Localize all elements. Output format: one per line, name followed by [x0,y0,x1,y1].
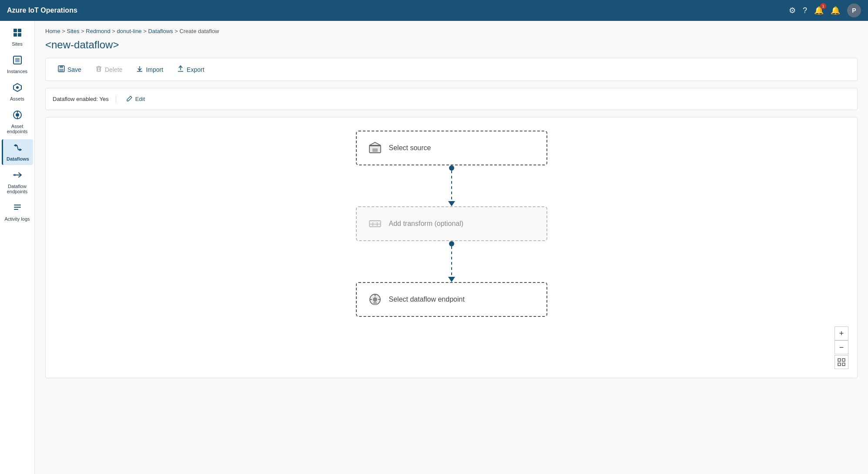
save-icon [58,65,65,74]
help-icon[interactable]: ? [803,6,807,15]
endpoint-node[interactable]: Select dataflow endpoint [356,282,547,317]
transform-node-icon [367,216,383,232]
svg-rect-20 [59,69,64,71]
svg-rect-32 [372,148,378,152]
save-button[interactable]: Save [53,63,87,76]
import-label: Import [146,66,163,73]
sidebar-item-dataflows[interactable]: Dataflows [2,139,33,165]
svg-marker-31 [369,142,381,145]
connector-2 [448,241,455,282]
topbar-icons: ⚙ ? 🔔 1 🔔 P [789,3,861,17]
transform-node[interactable]: Add transform (optional) [356,206,547,241]
svg-rect-19 [60,66,63,68]
edit-label: Edit [135,96,145,102]
status-text: Dataflow enabled: Yes [53,96,109,102]
sidebar-item-activity-logs[interactable]: Activity logs [2,199,33,225]
export-icon [177,65,184,74]
connector-line-2 [451,246,452,277]
edit-button[interactable]: Edit [123,94,148,104]
svg-rect-5 [15,58,20,62]
sidebar-item-dataflow-endpoints[interactable]: Dataflow endpoints [2,167,33,198]
svg-rect-17 [14,209,18,210]
breadcrumb-donut-line[interactable]: donut-line [117,28,142,34]
svg-rect-45 [842,359,845,361]
zoom-out-button[interactable]: − [834,340,848,354]
zoom-in-button[interactable]: + [834,326,848,340]
status-bar: Dataflow enabled: Yes Edit [45,88,858,110]
toolbar: Save Delete Import [45,58,858,81]
zoom-fit-button[interactable] [834,355,848,369]
sidebar-item-instances-label: Instances [7,69,27,74]
svg-rect-46 [838,363,841,366]
source-node-label: Select source [389,144,431,152]
app-title: Azure IoT Operations [7,7,784,14]
assets-icon [13,83,22,94]
svg-point-12 [15,145,17,147]
breadcrumb: Home > Sites > Redmond > donut-line > Da… [45,28,858,34]
import-icon [136,65,143,74]
sidebar-item-sites[interactable]: Sites [2,24,33,50]
breadcrumb-sites[interactable]: Sites [67,28,80,34]
sidebar-item-asset-endpoints[interactable]: Asset endpoints [2,107,33,138]
connector-arrow-2 [448,277,455,282]
sidebar-item-dataflow-endpoints-label: Dataflow endpoints [3,184,31,194]
activity-logs-icon [13,203,22,215]
status-divider [116,95,116,104]
instances-icon [13,55,22,67]
settings-icon[interactable]: ⚙ [789,6,796,15]
svg-rect-47 [842,363,845,366]
page-title: <new-dataflow> [45,39,858,51]
import-button[interactable]: Import [131,63,168,76]
svg-point-9 [16,113,19,117]
svg-rect-33 [369,221,381,227]
connector-line-1 [451,171,452,201]
source-node[interactable]: Select source [356,131,547,165]
save-label: Save [67,66,81,73]
sidebar-item-asset-endpoints-label: Asset endpoints [3,124,31,134]
svg-rect-2 [13,33,17,37]
main-layout: Sites Instances Assets Asset endpoints D [0,21,868,474]
svg-point-14 [13,174,16,176]
svg-rect-43 [373,302,377,305]
dataflows-icon [13,143,23,155]
notifications-icon[interactable]: 🔔 1 [814,6,824,15]
avatar[interactable]: P [847,3,861,17]
sidebar-item-assets[interactable]: Assets [2,79,33,105]
connector-dot-2 [449,241,454,246]
topbar: Azure IoT Operations ⚙ ? 🔔 1 🔔 P [0,0,868,21]
source-node-icon [367,140,383,156]
alerts-icon[interactable]: 🔔 [831,6,840,15]
delete-icon [95,65,102,74]
connector-1 [448,165,455,206]
svg-rect-25 [98,66,100,67]
svg-rect-0 [13,29,17,32]
zoom-controls: + − [834,326,848,369]
svg-point-13 [19,149,21,151]
svg-point-38 [373,297,377,302]
svg-rect-44 [838,359,841,361]
sidebar: Sites Instances Assets Asset endpoints D [0,21,35,474]
delete-button[interactable]: Delete [90,63,127,76]
sidebar-item-assets-label: Assets [10,96,24,101]
breadcrumb-current: Create dataflow [179,28,219,34]
svg-rect-21 [97,67,101,71]
sidebar-item-sites-label: Sites [12,41,22,47]
endpoint-node-icon [367,292,383,307]
notification-badge: 1 [820,3,826,9]
delete-label: Delete [105,66,122,73]
export-button[interactable]: Export [172,63,209,76]
dataflow-endpoints-icon [13,170,22,182]
breadcrumb-redmond[interactable]: Redmond [86,28,110,34]
svg-rect-15 [14,205,21,205]
breadcrumb-home[interactable]: Home [45,28,60,34]
sidebar-item-activity-logs-label: Activity logs [4,216,30,222]
breadcrumb-dataflows[interactable]: Dataflows [148,28,173,34]
sidebar-item-instances[interactable]: Instances [2,52,33,77]
connector-arrow-1 [448,201,455,206]
transform-node-label: Add transform (optional) [389,220,464,228]
svg-rect-16 [14,207,21,208]
svg-rect-1 [18,29,21,32]
export-label: Export [187,66,204,73]
sites-icon [13,28,22,40]
sidebar-item-dataflows-label: Dataflows [7,156,29,161]
